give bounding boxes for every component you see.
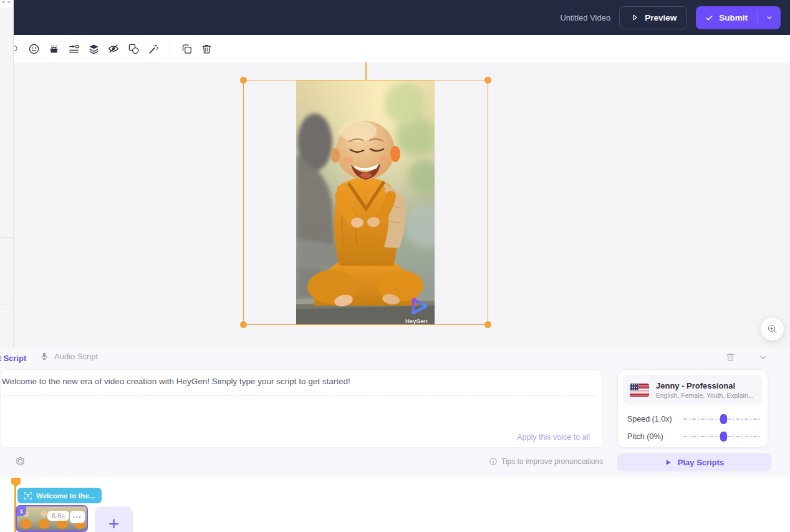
selection-handle-se[interactable] (484, 321, 491, 328)
caption-track-pill[interactable]: Welcome to the... (17, 488, 102, 503)
selection-handle-nw[interactable] (240, 77, 247, 84)
script-text[interactable]: Welcome to the new era of video creation… (2, 375, 592, 388)
submit-button[interactable]: Submit (696, 6, 781, 29)
voice-name: Jenny - Professional (656, 380, 753, 392)
timeline: Welcome to the... 1 6.6s ··· + (0, 477, 790, 532)
speed-slider[interactable] (683, 414, 761, 424)
panel-divider (0, 237, 13, 238)
pronunciation-tips[interactable]: Tips to improve pronunciations (489, 457, 603, 466)
pitch-row: Pitch (0%) (627, 432, 761, 442)
play-icon (665, 459, 672, 466)
selection-box[interactable] (243, 80, 488, 325)
video-title: Untitled Video (560, 13, 610, 22)
us-flag-icon (630, 384, 649, 397)
toolbar-separator (170, 42, 170, 55)
collapse-panel-icon[interactable] (758, 352, 768, 362)
script-editor[interactable]: Welcome to the new era of video creation… (0, 369, 603, 448)
panel-mark (2, 1, 5, 3)
magic-wand-icon[interactable] (145, 40, 162, 57)
add-scene-button[interactable]: + (95, 506, 133, 532)
tab-audio-script[interactable]: Audio Script (40, 352, 98, 361)
script-panel: Text Script Audio Script Welcome to th (0, 348, 790, 477)
voice-settings-card: Jenny - Professional English, Female, Yo… (617, 369, 768, 448)
layers-icon[interactable] (85, 40, 102, 57)
scene-audience-icon[interactable] (45, 40, 62, 57)
scene-clip[interactable]: 1 6.6s ··· (16, 505, 88, 532)
panel-divider (0, 304, 13, 304)
clip-more-button[interactable]: ··· (70, 511, 85, 523)
play-outline-icon (630, 12, 640, 22)
gpt-assistant-icon[interactable] (13, 454, 27, 468)
duplicate-icon[interactable] (178, 40, 195, 57)
scene-number-badge: 1 (17, 506, 26, 516)
play-scripts-button[interactable]: Play Scripts (617, 453, 771, 472)
heygen-video-editor: Untitled Video Preview Submit (0, 0, 790, 532)
pitch-label: Pitch (0%) (627, 432, 683, 441)
selection-handle-sw[interactable] (240, 321, 247, 328)
voice-attributes: English, Female, Youth, Explain... (656, 392, 753, 399)
speed-slider-thumb[interactable] (720, 414, 727, 424)
pitch-slider-thumb[interactable] (720, 432, 727, 442)
preview-label: Preview (645, 13, 677, 22)
voice-icon[interactable] (14, 40, 21, 57)
chevron-down-icon (765, 13, 774, 22)
pitch-slider[interactable] (683, 432, 761, 442)
top-bar: Untitled Video Preview Submit (14, 0, 790, 35)
transition-icon[interactable] (65, 40, 82, 57)
text-layer-icon (24, 492, 32, 500)
submit-label: Submit (719, 13, 748, 22)
shapes-icon[interactable] (125, 40, 142, 57)
plus-icon: + (108, 515, 120, 532)
canvas-zoom-button[interactable] (761, 317, 784, 341)
selection-handle-ne[interactable] (484, 77, 491, 84)
script-ruled-line (2, 395, 596, 396)
tab-text-script[interactable]: Text Script (0, 354, 26, 363)
script-actions (725, 352, 768, 362)
preview-button[interactable]: Preview (619, 6, 687, 29)
tips-label: Tips to improve pronunciations (501, 457, 603, 466)
script-tabs-strip: Text Script Audio Script (0, 348, 790, 369)
check-icon (705, 13, 714, 22)
element-toolbar (14, 35, 790, 62)
emoji-icon[interactable] (25, 40, 42, 57)
submit-main[interactable]: Submit (696, 6, 758, 29)
caption-label: Welcome to the... (36, 492, 95, 500)
trash-icon[interactable] (198, 40, 215, 57)
speed-row: Speed (1.0x) (627, 414, 761, 424)
panel-mark (7, 1, 11, 3)
selection-rotation-line (365, 62, 367, 80)
left-panel-edge (0, 0, 14, 348)
script-footer: Tips to improve pronunciations Play Scri… (0, 448, 790, 477)
speed-label: Speed (1.0x) (627, 415, 683, 423)
magnifier-plus-icon (767, 324, 778, 334)
apply-voice-link[interactable]: Apply this voice to all (517, 433, 590, 442)
clip-duration: 6.6s (47, 511, 69, 521)
voice-selector[interactable]: Jenny - Professional English, Female, Yo… (623, 375, 763, 405)
audio-script-label: Audio Script (54, 352, 98, 361)
info-icon (489, 457, 498, 466)
editor-canvas[interactable]: HeyGen (14, 62, 790, 348)
play-scripts-label: Play Scripts (678, 458, 724, 467)
delete-script-icon[interactable] (725, 352, 736, 362)
microphone-icon (40, 352, 49, 361)
submit-dropdown-button[interactable] (758, 6, 781, 29)
hide-icon[interactable] (105, 40, 122, 57)
